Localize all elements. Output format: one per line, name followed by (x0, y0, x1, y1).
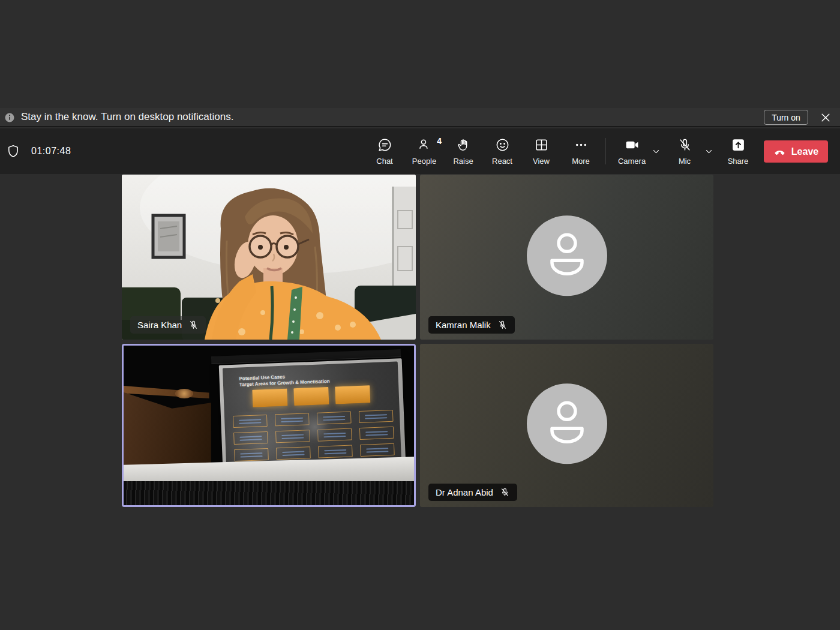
slide-grid-box (359, 410, 394, 423)
close-icon[interactable] (820, 112, 832, 124)
avatar (527, 383, 607, 464)
toolbar-divider (605, 138, 605, 164)
notification-message: Stay in the know. Turn on desktop notifi… (21, 111, 233, 123)
camera-button[interactable]: Camera (613, 128, 650, 174)
stage-structure-top (124, 380, 214, 398)
view-button[interactable]: View (524, 128, 559, 174)
slide-highlight-box (252, 389, 287, 407)
slide-content: Potential Use Cases Target Areas for Gro… (223, 361, 401, 467)
meeting-toolbar: 01:07:48 Chat 4 People Raise React View … (0, 128, 840, 174)
view-grid-icon (534, 137, 549, 152)
raise-hand-button[interactable]: Raise (446, 128, 481, 174)
slide-grid-box (359, 427, 394, 440)
camera-label: Camera (618, 157, 646, 166)
camera-icon (625, 137, 640, 152)
react-smiley-icon (495, 137, 510, 152)
raise-label: Raise (453, 157, 473, 166)
notification-bar: Stay in the know. Turn on desktop notifi… (0, 108, 840, 127)
mic-muted-icon (500, 487, 510, 497)
more-button[interactable]: More (563, 128, 598, 174)
video-tile-saira-khan[interactable]: Saira Khan (122, 175, 416, 340)
slide-grid-box (234, 448, 269, 461)
chat-button[interactable]: Chat (367, 128, 402, 174)
mic-label: Mic (679, 157, 691, 166)
share-icon (731, 137, 746, 152)
name-label-adnan: Dr Adnan Abid (428, 484, 517, 501)
turn-on-button[interactable]: Turn on (764, 110, 808, 125)
video-tile-presentation-room[interactable]: Potential Use Cases Target Areas for Gro… (122, 344, 416, 507)
chat-label: Chat (376, 157, 392, 166)
slide-title: Potential Use Cases Target Areas for Gro… (239, 373, 329, 389)
video-tile-kamran-malik[interactable]: Kamran Malik (420, 175, 713, 340)
react-label: React (492, 157, 512, 166)
people-label: People (412, 157, 436, 166)
participant-name: Kamran Malik (436, 320, 491, 330)
slide-grid-box (233, 431, 268, 445)
chat-icon (377, 137, 392, 152)
participant-name: Dr Adnan Abid (436, 487, 493, 497)
meeting-timer: 01:07:48 (31, 128, 71, 174)
mic-muted-icon (188, 320, 199, 330)
camera-chevron-down-icon[interactable] (652, 147, 661, 156)
avatar (527, 215, 607, 296)
people-count-badge: 4 (437, 136, 442, 146)
mic-button[interactable]: Mic (667, 128, 702, 174)
more-label: More (572, 157, 590, 166)
people-button[interactable]: 4 People (406, 128, 443, 174)
name-label-kamran: Kamran Malik (428, 316, 515, 334)
share-button[interactable]: Share (721, 128, 755, 174)
video-tile-adnan-abid[interactable]: Dr Adnan Abid (420, 344, 713, 507)
name-label-saira: Saira Khan (130, 316, 206, 334)
mic-muted-icon (497, 320, 508, 330)
hangup-icon (773, 145, 786, 158)
projection-screen: Potential Use Cases Target Areas for Gro… (219, 358, 406, 471)
slide-highlight-box (293, 387, 329, 406)
share-label: Share (728, 157, 749, 166)
more-ellipsis-icon (574, 137, 589, 152)
saira-video-feed (122, 175, 416, 340)
leave-button[interactable]: Leave (764, 140, 828, 163)
slide-highlight-box (335, 385, 370, 404)
mic-chevron-down-icon[interactable] (704, 147, 713, 156)
slide-grid-box (276, 446, 311, 460)
participant-name: Saira Khan (137, 320, 182, 330)
view-label: View (533, 157, 550, 166)
slide-grid-box (233, 415, 268, 428)
mic-muted-icon (677, 137, 692, 152)
person-placeholder-icon (545, 229, 589, 282)
meeting-window: Stay in the know. Turn on desktop notifi… (0, 0, 840, 630)
stage-light (175, 389, 193, 398)
raise-hand-icon (456, 137, 471, 152)
info-icon (4, 112, 15, 123)
leave-label: Leave (791, 146, 818, 157)
slide-grid-box (360, 443, 395, 457)
shield-icon (6, 144, 20, 158)
people-icon (417, 137, 432, 152)
person-placeholder-icon (545, 397, 589, 450)
slide-grid-box (318, 445, 353, 458)
stage-skirt (124, 481, 416, 505)
react-button[interactable]: React (485, 128, 520, 174)
